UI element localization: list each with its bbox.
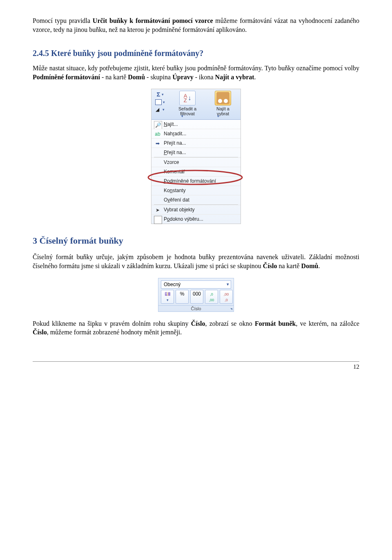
p2-b4: - skupina: [145, 74, 172, 81]
intro-paragraph: Pomocí typu pravidla Určit buňky k formá…: [33, 16, 359, 34]
intro-prefix: Pomocí typu pravidla: [33, 17, 93, 24]
number-ribbon-group: Obecný 💷▾ % 000 ,0,00 ,00,0 Číslo: [158, 278, 234, 312]
p2-b2: - na kartě: [100, 74, 128, 81]
chevron-down-icon: ▾: [163, 100, 165, 104]
p4-a: Pokud klikneme na šipku v pravém dolním …: [33, 320, 191, 327]
menu-item-replace[interactable]: ab Nahradit...: [151, 129, 241, 138]
chevron-down-icon: ▾: [217, 114, 219, 118]
page: Pomocí typu pravidla Určit buňky k formá…: [0, 0, 392, 387]
menu-label: Nahradit...: [164, 131, 186, 137]
find-select-dropdown: 🔎 NNajít...ajít... ab Nahradit... ➡ Přej…: [151, 120, 241, 224]
cursor-icon: ➤: [154, 206, 161, 214]
menu-item-formulas[interactable]: Vzorce: [151, 157, 241, 167]
menu-label: Přejít na...: [164, 140, 186, 146]
number-group-figure: Obecný 💷▾ % 000 ,0,00 ,00,0 Číslo: [33, 278, 359, 312]
p4-b2: , zobrazí se okno: [205, 320, 254, 327]
replace-icon: ab: [154, 130, 161, 138]
intro-rule-name: Určit buňky k formátování pomocí vzorce: [93, 17, 213, 24]
menu-item-select-objects[interactable]: ➤ Vybrat objekty: [151, 205, 241, 214]
currency-icon: 💷: [165, 291, 171, 297]
menu-label: NNajít...ajít...: [164, 121, 178, 127]
number-format-combo[interactable]: Obecný: [161, 280, 231, 289]
p4-rest: , můžeme formát zobrazené hodnoty měnit …: [47, 329, 182, 336]
sort-filter-button[interactable]: AZ↓ Seřadit a filtrovat: [171, 91, 204, 116]
ribbon-small-icons: Σ▾ ▾ ◢▾: [154, 91, 166, 114]
chevron-down-icon: ▾: [181, 114, 183, 118]
menu-item-goto[interactable]: ➡ Přejít na...: [151, 138, 241, 148]
p2-b6: - ikona: [194, 74, 215, 81]
fill-icon: [155, 99, 162, 105]
p3-b2: na kartě: [277, 262, 301, 269]
menu-item-conditional-formatting[interactable]: Podmíněné formátování: [151, 176, 241, 186]
chevron-down-icon: ▾: [163, 108, 165, 112]
heading-2-4-5: 2.4.5 Které buňky jsou podmíněně formáto…: [33, 49, 359, 58]
menu-item-find[interactable]: 🔎 NNajít...ajít...: [151, 120, 241, 129]
increase-decimal-button[interactable]: ,0,00: [205, 290, 218, 304]
binoculars-icon: [215, 91, 231, 105]
p2-a: Může nastat situace, kdy potřebujeme zji…: [33, 65, 359, 72]
number-buttons-row: 💷▾ % 000 ,0,00 ,00,0: [158, 290, 234, 305]
menu-item-constants[interactable]: Konstanty: [151, 186, 241, 195]
find-icon: 🔎: [154, 121, 162, 129]
p4-cislo: Číslo: [191, 320, 205, 327]
paragraph-format-cells: Pokud klikneme na šipku v pravém dolním …: [33, 319, 359, 337]
menu-label: Vzorce: [164, 159, 179, 165]
p3-end: .: [318, 262, 320, 269]
autosum-button[interactable]: Σ▾: [156, 91, 163, 98]
p4-cislo2: Číslo: [33, 329, 47, 336]
menu-label: Přejít na...: [164, 150, 186, 155]
percent-button[interactable]: %: [176, 290, 189, 304]
page-number: 12: [353, 363, 359, 370]
sigma-icon: Σ: [156, 91, 160, 98]
menu-label: Konstanty: [164, 188, 185, 193]
menu-item-selection-pane[interactable]: Podokno výběru...: [151, 214, 241, 224]
number-format-combo-row: Obecný: [158, 278, 234, 290]
menu-label: Komentář: [164, 169, 185, 175]
p2-domu: Domů: [128, 74, 145, 81]
paragraph-findselect: Může nastat situace, kdy potřebujeme zji…: [33, 64, 359, 81]
pane-icon: [154, 216, 162, 224]
menu-item-goto-special[interactable]: Přejít na...: [151, 148, 241, 157]
arrow-right-icon: ➡: [154, 140, 161, 147]
p3-cislo: Číslo: [263, 262, 277, 269]
p2-upravy: Úpravy: [172, 74, 194, 81]
excel-ribbon-dropdown-figure: Σ▾ ▾ ◢▾ AZ↓ Seřadit a filtrovat: [33, 89, 359, 224]
number-group-label: Číslo: [158, 305, 234, 311]
menu-label: Podmíněné formátování: [164, 178, 216, 184]
heading-3: 3 Číselný formát buňky: [33, 235, 359, 246]
p4-formatbunek: Formát buněk: [255, 320, 296, 327]
excel-ribbon-dropdown: Σ▾ ▾ ◢▾ AZ↓ Seřadit a filtrovat: [151, 89, 241, 224]
page-footer: 12: [33, 361, 359, 370]
p2-end: .: [254, 74, 256, 81]
decrease-decimal-button[interactable]: ,00,0: [220, 290, 233, 304]
menu-label: Vybrat objekty: [164, 207, 195, 213]
menu-label: Podokno výběru...: [164, 216, 203, 222]
clear-button[interactable]: ◢▾: [156, 107, 165, 112]
paragraph-number-format: Číselný formát buňky určuje, jakým způso…: [33, 253, 359, 270]
sort-filter-icon: AZ↓: [179, 91, 196, 105]
p3-domu: Domů: [301, 262, 318, 269]
p2-najit: Najít a vybrat: [215, 74, 254, 81]
ribbon-editing-group: Σ▾ ▾ ◢▾ AZ↓ Seřadit a filtrovat: [151, 89, 241, 120]
thousand-separator-button[interactable]: 000: [190, 290, 203, 304]
chevron-down-icon: ▾: [162, 92, 164, 96]
menu-item-comments[interactable]: Komentář: [151, 167, 241, 176]
p4-b4: , ve kterém, na záložce: [296, 320, 359, 327]
p2-podminene: Podmíněné formátování: [33, 74, 100, 81]
find-select-button[interactable]: Najít a vybrat: [207, 91, 239, 116]
currency-button[interactable]: 💷▾: [161, 290, 174, 304]
blank-icon: [154, 149, 161, 157]
eraser-icon: ◢: [156, 107, 161, 112]
menu-item-data-validation[interactable]: Ověření dat: [151, 195, 241, 204]
chevron-down-icon: ▾: [167, 298, 169, 302]
fill-button[interactable]: ▾: [155, 99, 165, 105]
menu-label: Ověření dat: [164, 197, 189, 203]
